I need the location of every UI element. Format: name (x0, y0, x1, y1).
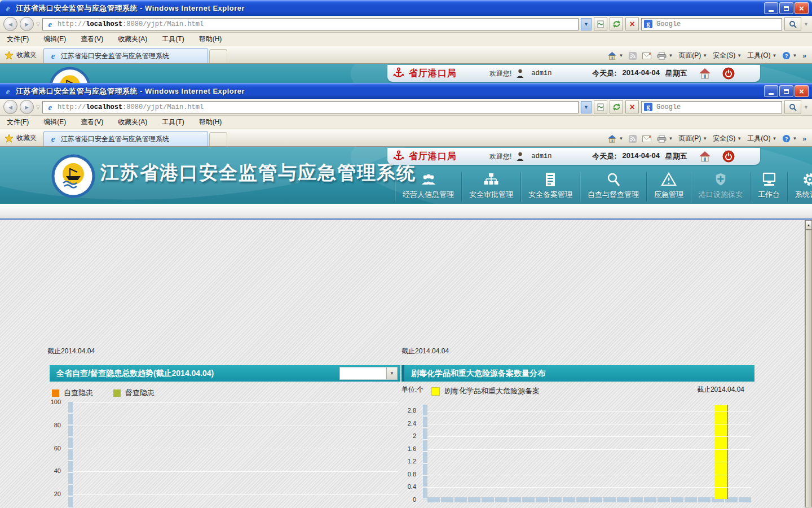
tools-menu[interactable]: 工具(O)▼ (747, 134, 776, 143)
favorites-button[interactable]: 收藏夹 (2, 50, 41, 63)
nav-self-inspection[interactable]: 自查与督查管理 (580, 172, 646, 202)
search-icon[interactable] (784, 100, 801, 113)
menu-tools[interactable]: 工具(T) (162, 117, 184, 127)
stop-icon[interactable]: × (625, 100, 639, 113)
home-button[interactable]: ▼ (607, 134, 623, 143)
address-input[interactable]: e http://localhost:8080/yjpt/Main.html (42, 101, 579, 113)
nav-workbench[interactable]: 工作台 (750, 172, 787, 202)
feeds-button[interactable] (629, 52, 637, 60)
menu-view[interactable]: 查看(V) (81, 117, 103, 127)
menu-tools[interactable]: 工具(T) (162, 34, 184, 44)
print-button[interactable]: ▼ (657, 135, 673, 143)
help-button[interactable]: ? ▼ (782, 51, 797, 60)
region-dropdown[interactable]: ▼ (339, 367, 398, 380)
new-tab-button[interactable] (209, 49, 227, 63)
compatibility-view-icon[interactable] (594, 17, 607, 30)
read-mail-button[interactable] (642, 135, 651, 142)
minimize-button[interactable] (764, 85, 778, 97)
search-input[interactable] (655, 20, 779, 29)
username: admin (531, 152, 551, 160)
nav-safety-approval[interactable]: 安全审批管理 (461, 172, 520, 202)
help-button[interactable]: ? ▼ (782, 134, 797, 143)
menu-edit[interactable]: 编辑(E) (43, 34, 66, 44)
menu-favorites[interactable]: 收藏夹(A) (118, 117, 147, 127)
vertical-scrollbar[interactable]: ▲ (805, 220, 812, 508)
favorites-button[interactable]: 收藏夹 (2, 133, 41, 146)
username: admin (531, 69, 551, 77)
search-icon[interactable] (784, 17, 801, 30)
address-dropdown-icon[interactable]: ▼ (581, 101, 592, 113)
overflow-chevron-icon[interactable]: » (802, 52, 806, 60)
chevron-down-icon[interactable]: ▼ (386, 367, 397, 379)
search-dropdown-icon[interactable]: ▼ (804, 21, 809, 27)
window-title: 江苏省港口安全监管与应急管理系统 - Windows Internet Expl… (16, 3, 761, 14)
nav-port-security[interactable]: 港口设施保安 (691, 172, 750, 202)
house-icon[interactable] (699, 68, 711, 79)
search-box[interactable]: g (641, 101, 782, 113)
menu-file[interactable]: 文件(F) (7, 117, 29, 127)
right-chart-x-axis (427, 497, 751, 502)
close-button[interactable]: × (795, 2, 809, 14)
read-mail-button[interactable] (642, 52, 651, 59)
menu-help[interactable]: 帮助(H) (199, 34, 222, 44)
minimize-button[interactable] (764, 2, 778, 14)
menu-favorites[interactable]: 收藏夹(A) (118, 34, 147, 44)
home-button[interactable]: ▼ (607, 51, 623, 60)
overflow-chevron-icon[interactable]: » (802, 135, 806, 143)
house-icon[interactable] (699, 151, 711, 162)
address-input[interactable]: e http://localhost:8080/yjpt/Main.html (42, 18, 579, 30)
restore-button[interactable] (779, 2, 793, 14)
menu-edit[interactable]: 编辑(E) (43, 117, 66, 127)
menu-help[interactable]: 帮助(H) (199, 117, 222, 127)
safety-menu[interactable]: 安全(S)▼ (713, 134, 742, 143)
refresh-icon[interactable] (610, 100, 623, 113)
nav-emergency[interactable]: 应急管理 (646, 172, 691, 202)
safety-menu[interactable]: 安全(S)▼ (713, 51, 742, 60)
stop-icon[interactable]: × (625, 17, 639, 30)
nav-system-settings[interactable]: 系统设置 (787, 172, 812, 202)
menu-file[interactable]: 文件(F) (7, 34, 29, 44)
refresh-icon[interactable] (610, 17, 623, 30)
forward-icon[interactable]: ► (20, 100, 34, 114)
nav-operator-info[interactable]: 经营人信息管理 (395, 172, 461, 202)
y-tick-label: 80 (43, 422, 61, 428)
titlebar[interactable]: e 江苏省港口安全监管与应急管理系统 - Windows Internet Ex… (0, 83, 812, 99)
search-box[interactable]: g (641, 18, 782, 30)
search-dropdown-icon[interactable]: ▼ (804, 104, 809, 110)
new-tab-button[interactable] (209, 132, 227, 146)
today-date: 2014-04-04 (623, 151, 660, 161)
titlebar[interactable]: e 江苏省港口安全监管与应急管理系统 - Windows Internet Ex… (0, 0, 812, 16)
address-dropdown-icon[interactable]: ▼ (581, 18, 592, 30)
forward-icon[interactable]: ► (20, 17, 34, 31)
history-dropdown-icon[interactable]: ▽ (36, 21, 40, 27)
site-header: 江苏省港口安全监管与应急管理系统 省厅港口局 欢迎您! admin 今天是: 2… (0, 147, 812, 204)
browser-tab[interactable]: e 江苏省港口安全监管与应急管理系统 (43, 48, 208, 63)
scrollbar-thumb[interactable] (805, 230, 812, 507)
feeds-button[interactable] (629, 135, 637, 143)
power-icon[interactable] (722, 67, 735, 80)
scroll-up-icon[interactable]: ▲ (805, 220, 812, 230)
page-menu[interactable]: 页面(P)▼ (678, 51, 707, 60)
today-weekday: 星期五 (665, 151, 687, 161)
print-button[interactable]: ▼ (657, 52, 673, 60)
region-dropdown-value[interactable] (340, 367, 386, 379)
menu-view[interactable]: 查看(V) (81, 34, 103, 44)
nav-safety-filing[interactable]: 安全备案管理 (520, 172, 580, 202)
close-button[interactable]: × (795, 85, 809, 97)
y-tick-label: 40 (43, 467, 61, 474)
legend-swatch-self (52, 389, 59, 397)
back-icon[interactable]: ◄ (3, 100, 17, 114)
history-dropdown-icon[interactable]: ▽ (36, 104, 40, 110)
power-icon[interactable] (722, 150, 735, 163)
back-icon[interactable]: ◄ (3, 17, 17, 31)
restore-button[interactable] (779, 85, 793, 97)
sub-header-strip (0, 204, 812, 218)
tools-menu[interactable]: 工具(O)▼ (747, 51, 776, 60)
today-date: 2014-04-04 (623, 68, 660, 78)
page-menu[interactable]: 页面(P)▼ (678, 134, 707, 143)
gridline (427, 475, 751, 475)
y-tick-label: 1.6 (396, 445, 416, 452)
browser-tab[interactable]: e 江苏省港口安全监管与应急管理系统 (43, 131, 208, 146)
search-input[interactable] (655, 103, 779, 112)
compatibility-view-icon[interactable] (594, 100, 607, 113)
